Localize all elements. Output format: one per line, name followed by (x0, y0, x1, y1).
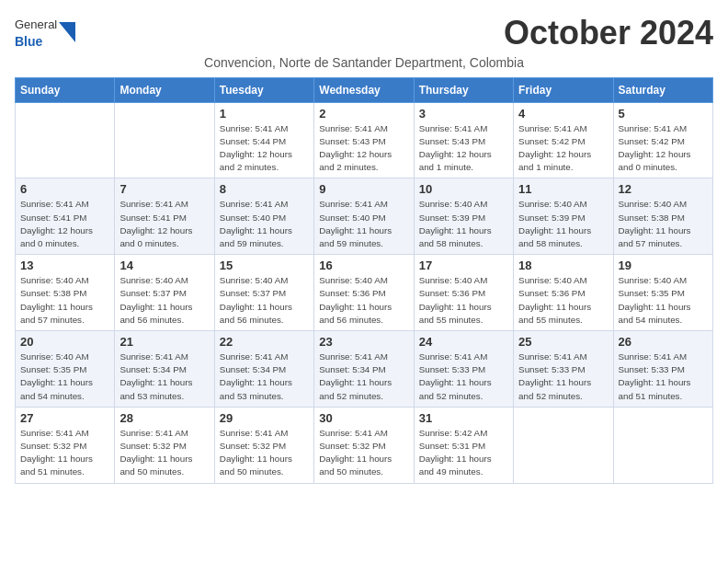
day-info: Sunrise: 5:42 AMSunset: 5:31 PMDaylight:… (419, 427, 508, 479)
day-number: 23 (319, 335, 408, 349)
week-row-1: 1Sunrise: 5:41 AMSunset: 5:44 PMDaylight… (16, 102, 713, 178)
day-number: 31 (419, 411, 508, 425)
day-number: 26 (619, 335, 708, 349)
location-subtitle: Convencion, Norte de Santander Departmen… (15, 55, 713, 70)
day-info: Sunrise: 5:40 AMSunset: 5:37 PMDaylight:… (220, 274, 309, 327)
day-number: 21 (119, 335, 209, 349)
calendar-cell: 11Sunrise: 5:40 AMSunset: 5:39 PMDayligh… (514, 178, 613, 255)
calendar-cell: 1Sunrise: 5:41 AMSunset: 5:44 PMDaylight… (214, 102, 313, 178)
day-number: 28 (119, 411, 209, 425)
calendar-cell: 22Sunrise: 5:41 AMSunset: 5:34 PMDayligh… (214, 331, 313, 408)
calendar-cell: 31Sunrise: 5:42 AMSunset: 5:31 PMDayligh… (414, 407, 513, 483)
day-info: Sunrise: 5:40 AMSunset: 5:35 PMDaylight:… (619, 274, 708, 327)
day-number: 20 (20, 335, 109, 349)
calendar-cell: 8Sunrise: 5:41 AMSunset: 5:40 PMDaylight… (214, 178, 313, 255)
day-info: Sunrise: 5:41 AMSunset: 5:41 PMDaylight:… (119, 198, 209, 250)
week-row-2: 6Sunrise: 5:41 AMSunset: 5:41 PMDaylight… (16, 178, 713, 255)
day-number: 7 (119, 182, 209, 196)
calendar-cell: 17Sunrise: 5:40 AMSunset: 5:36 PMDayligh… (414, 255, 513, 331)
calendar-body: 1Sunrise: 5:41 AMSunset: 5:44 PMDaylight… (16, 102, 713, 483)
day-number: 9 (319, 182, 408, 196)
calendar-cell: 4Sunrise: 5:41 AMSunset: 5:42 PMDaylight… (514, 102, 613, 178)
calendar-cell: 23Sunrise: 5:41 AMSunset: 5:34 PMDayligh… (314, 331, 414, 408)
day-info: Sunrise: 5:40 AMSunset: 5:38 PMDaylight:… (20, 274, 109, 327)
calendar-cell: 3Sunrise: 5:41 AMSunset: 5:43 PMDaylight… (414, 102, 513, 178)
day-info: Sunrise: 5:40 AMSunset: 5:39 PMDaylight:… (419, 198, 508, 250)
day-info: Sunrise: 5:41 AMSunset: 5:40 PMDaylight:… (319, 198, 408, 250)
day-info: Sunrise: 5:41 AMSunset: 5:42 PMDaylight:… (619, 122, 708, 175)
calendar-table: SundayMondayTuesdayWednesdayThursdayFrid… (15, 77, 713, 484)
svg-marker-0 (59, 22, 75, 42)
day-info: Sunrise: 5:40 AMSunset: 5:37 PMDaylight:… (119, 274, 209, 327)
calendar-cell (16, 102, 115, 178)
calendar-cell (115, 102, 214, 178)
page-header: General Blue October 2024 (15, 15, 713, 52)
calendar-cell: 6Sunrise: 5:41 AMSunset: 5:41 PMDaylight… (16, 178, 115, 255)
week-row-3: 13Sunrise: 5:40 AMSunset: 5:38 PMDayligh… (16, 255, 713, 331)
calendar-cell: 25Sunrise: 5:41 AMSunset: 5:33 PMDayligh… (514, 331, 613, 408)
day-number: 29 (220, 411, 309, 425)
day-info: Sunrise: 5:41 AMSunset: 5:33 PMDaylight:… (518, 350, 608, 403)
day-number: 17 (419, 259, 508, 272)
day-number: 24 (419, 335, 508, 349)
day-number: 14 (119, 259, 209, 272)
calendar-cell: 15Sunrise: 5:40 AMSunset: 5:37 PMDayligh… (214, 255, 313, 331)
title-area: October 2024 (504, 15, 713, 52)
day-number: 30 (319, 411, 408, 425)
day-info: Sunrise: 5:41 AMSunset: 5:34 PMDaylight:… (119, 350, 209, 403)
calendar-cell: 9Sunrise: 5:41 AMSunset: 5:40 PMDaylight… (314, 178, 414, 255)
day-number: 27 (20, 411, 109, 425)
day-info: Sunrise: 5:41 AMSunset: 5:43 PMDaylight:… (319, 122, 408, 175)
weekday-saturday: Saturday (613, 77, 712, 102)
calendar-cell: 2Sunrise: 5:41 AMSunset: 5:43 PMDaylight… (314, 102, 414, 178)
calendar-cell: 5Sunrise: 5:41 AMSunset: 5:42 PMDaylight… (613, 102, 712, 178)
logo-arrow-icon (59, 22, 75, 42)
day-info: Sunrise: 5:40 AMSunset: 5:38 PMDaylight:… (619, 198, 708, 250)
day-info: Sunrise: 5:40 AMSunset: 5:36 PMDaylight:… (319, 274, 408, 327)
weekday-tuesday: Tuesday (214, 77, 313, 102)
weekday-wednesday: Wednesday (314, 77, 414, 102)
day-info: Sunrise: 5:40 AMSunset: 5:36 PMDaylight:… (518, 274, 608, 327)
day-number: 4 (518, 107, 608, 121)
day-info: Sunrise: 5:41 AMSunset: 5:42 PMDaylight:… (518, 122, 608, 175)
weekday-friday: Friday (514, 77, 613, 102)
calendar-cell: 18Sunrise: 5:40 AMSunset: 5:36 PMDayligh… (514, 255, 613, 331)
day-number: 8 (220, 182, 309, 196)
day-info: Sunrise: 5:41 AMSunset: 5:33 PMDaylight:… (619, 350, 708, 403)
day-number: 5 (619, 107, 708, 121)
calendar-cell: 30Sunrise: 5:41 AMSunset: 5:32 PMDayligh… (314, 407, 414, 483)
calendar-cell: 28Sunrise: 5:41 AMSunset: 5:32 PMDayligh… (115, 407, 214, 483)
day-number: 1 (220, 107, 309, 121)
calendar-cell (613, 407, 712, 483)
day-number: 16 (319, 259, 408, 272)
day-number: 19 (619, 259, 708, 272)
day-info: Sunrise: 5:40 AMSunset: 5:36 PMDaylight:… (419, 274, 508, 327)
day-number: 11 (518, 182, 608, 196)
calendar-cell: 16Sunrise: 5:40 AMSunset: 5:36 PMDayligh… (314, 255, 414, 331)
calendar-cell (514, 407, 613, 483)
day-number: 6 (20, 182, 109, 196)
calendar-cell: 10Sunrise: 5:40 AMSunset: 5:39 PMDayligh… (414, 178, 513, 255)
day-number: 15 (220, 259, 309, 272)
day-info: Sunrise: 5:40 AMSunset: 5:35 PMDaylight:… (20, 350, 109, 403)
calendar-cell: 14Sunrise: 5:40 AMSunset: 5:37 PMDayligh… (115, 255, 214, 331)
calendar-cell: 29Sunrise: 5:41 AMSunset: 5:32 PMDayligh… (214, 407, 313, 483)
day-info: Sunrise: 5:41 AMSunset: 5:41 PMDaylight:… (20, 198, 109, 250)
calendar-cell: 21Sunrise: 5:41 AMSunset: 5:34 PMDayligh… (115, 331, 214, 408)
calendar-cell: 24Sunrise: 5:41 AMSunset: 5:33 PMDayligh… (414, 331, 513, 408)
day-info: Sunrise: 5:41 AMSunset: 5:32 PMDaylight:… (220, 427, 309, 479)
weekday-thursday: Thursday (414, 77, 513, 102)
weekday-header-row: SundayMondayTuesdayWednesdayThursdayFrid… (16, 77, 713, 102)
weekday-monday: Monday (115, 77, 214, 102)
calendar-cell: 12Sunrise: 5:40 AMSunset: 5:38 PMDayligh… (613, 178, 712, 255)
day-info: Sunrise: 5:41 AMSunset: 5:32 PMDaylight:… (20, 427, 109, 479)
calendar-cell: 7Sunrise: 5:41 AMSunset: 5:41 PMDaylight… (115, 178, 214, 255)
week-row-4: 20Sunrise: 5:40 AMSunset: 5:35 PMDayligh… (16, 331, 713, 408)
calendar-cell: 20Sunrise: 5:40 AMSunset: 5:35 PMDayligh… (16, 331, 115, 408)
month-title: October 2024 (504, 15, 713, 52)
day-number: 13 (20, 259, 109, 272)
calendar-cell: 26Sunrise: 5:41 AMSunset: 5:33 PMDayligh… (613, 331, 712, 408)
day-info: Sunrise: 5:40 AMSunset: 5:39 PMDaylight:… (518, 198, 608, 250)
logo: General Blue (15, 15, 75, 50)
day-info: Sunrise: 5:41 AMSunset: 5:40 PMDaylight:… (220, 198, 309, 250)
